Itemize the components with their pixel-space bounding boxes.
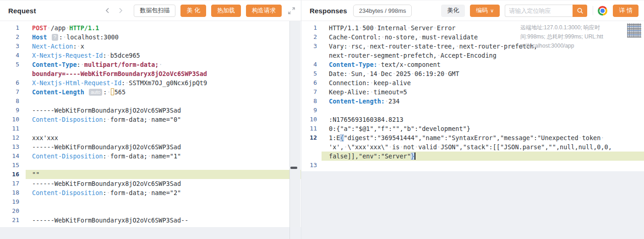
code-text: Content-Disposition:·form-data;·name="1" — [26, 152, 301, 161]
request-editor[interactable]: 1POST·/app·HTTP/1.12Host ?:·localhost:30… — [0, 21, 301, 227]
code-text: Date:·Sun,·14·Dec·2025·06:19:20·GMT — [322, 69, 644, 78]
code-line[interactable]: 7Keep-Alive:·timeout=5 — [301, 87, 644, 97]
code-line[interactable]: 9 — [301, 106, 644, 115]
code-text: POST·/app·HTTP/1.1 — [26, 23, 301, 33]
code-line[interactable]: 11 — [0, 124, 301, 133]
code-line[interactable]: 13 — [301, 161, 644, 170]
code-line[interactable]: 'x',·\"xxx'xxx\"·is·not·valid·JSON","sta… — [301, 142, 644, 152]
code-line[interactable]: 10Content-Disposition:·form-data;·name="… — [0, 115, 301, 124]
code-text: Next-Action:·x — [26, 42, 301, 51]
response-title: Responses — [310, 7, 347, 15]
line-number: 6 — [301, 78, 322, 87]
line-number — [0, 69, 26, 78]
code-text: false]],"env":"Server"} — [322, 152, 644, 161]
code-text: next-router-segment-prefetch,·Accept-Enc… — [322, 51, 644, 60]
code-line[interactable]: 9------WebKitFormBoundaryx8jO2oVc6SWP3Sa… — [0, 106, 301, 115]
code-line[interactable]: 8Content-Length:·234 — [301, 97, 644, 106]
code-line[interactable]: 1HTTP/1.1·500·Internal·Server·Error — [301, 23, 644, 33]
compose-request-button[interactable]: 构造请求 — [246, 5, 282, 17]
code-line[interactable]: 18Content-Disposition:·form-data;·name="… — [0, 188, 301, 197]
line-number: 5 — [0, 60, 26, 69]
code-line[interactable]: 4X-Nextjs-Request-Id:·b5dce965 — [0, 51, 301, 60]
code-line[interactable]: false]],"env":"Server"} — [301, 152, 644, 161]
line-number: 10 — [301, 115, 322, 124]
code-line[interactable]: 121:E{"digest":"369541444","name":"Synta… — [301, 133, 644, 142]
code-line[interactable]: 16"" — [0, 170, 301, 179]
beautify-response-button[interactable]: 美化 — [441, 5, 465, 17]
response-toolbar: 美化 编码 ∨ 详 情 — [441, 5, 639, 17]
code-line[interactable]: 2Cache-Control:·no-store,·must-revalidat… — [301, 33, 644, 42]
line-number: 4 — [0, 51, 26, 60]
encoding-dropdown-button[interactable]: 编码 ∨ — [470, 5, 500, 17]
search-input[interactable] — [505, 5, 573, 17]
line-number: 8 — [301, 97, 322, 106]
code-line[interactable]: 17------WebKitFormBoundaryx8jO2oVc6SWP3S… — [0, 179, 301, 188]
line-number — [301, 142, 322, 152]
code-text — [26, 124, 301, 133]
line-number: 7 — [301, 87, 322, 97]
code-line[interactable]: 20 — [0, 206, 301, 216]
code-line[interactable]: 21------WebKitFormBoundaryx8jO2oVc6SWP3S… — [0, 216, 301, 225]
line-number: 1 — [0, 23, 26, 33]
line-number: 9 — [301, 106, 322, 115]
scrollbar-thumb[interactable] — [290, 167, 297, 169]
code-line[interactable]: 5Date:·Sun,·14·Dec·2025·06:19:20·GMT — [301, 69, 644, 78]
line-number: 2 — [0, 33, 26, 42]
details-button[interactable]: 详 情 — [613, 5, 639, 17]
code-line[interactable]: 4Content-Type:·text/x-component — [301, 60, 644, 69]
code-line[interactable]: 12xxx'xxx — [0, 133, 301, 142]
qrcode-thumbnail[interactable] — [627, 23, 641, 38]
code-line[interactable]: 6Connection:·keep-alive — [301, 78, 644, 87]
code-line[interactable]: 19 — [0, 197, 301, 206]
code-line[interactable]: 8 — [0, 97, 301, 106]
code-text — [26, 97, 301, 106]
code-text: 1:E{"digest":"369541444","name":"SyntaxE… — [322, 133, 644, 142]
request-header: Request 数据包扫描 美 化 热加载 构造请求 — [0, 0, 301, 21]
request-editor-filler — [0, 227, 301, 239]
line-number: 5 — [301, 69, 322, 78]
code-text: HTTP/1.1·500·Internal·Server·Error — [322, 23, 644, 33]
request-panel: Request 数据包扫描 美 化 热加载 构造请求 1POST·/app·HT… — [0, 0, 301, 239]
code-line[interactable]: 10:N1765693160384.8213 — [301, 115, 644, 124]
beautify-request-button[interactable]: 美 化 — [180, 5, 206, 17]
code-line[interactable]: 6X-Nextjs-Html-Request-Id:·SSTMXm7OJ_g0N… — [0, 78, 301, 87]
line-number: 3 — [0, 42, 26, 51]
code-text: Keep-Alive:·timeout=5 — [322, 87, 644, 97]
code-text: X-Nextjs-Request-Id:·b5dce965 — [26, 51, 301, 60]
chrome-icon[interactable] — [598, 6, 607, 16]
packet-scan-button[interactable]: 数据包扫描 — [134, 5, 175, 17]
code-line[interactable]: 1POST·/app·HTTP/1.1 — [0, 23, 301, 33]
line-number: 12 — [301, 133, 322, 142]
line-number: 7 — [0, 87, 26, 97]
code-line[interactable]: 7Content-Length auto:·565 — [0, 87, 301, 97]
line-number: 2 — [301, 33, 322, 42]
code-line[interactable]: boundary=----WebKitFormBoundaryx8jO2oVc6… — [0, 69, 301, 78]
code-line[interactable]: 15 — [0, 161, 301, 170]
search-button[interactable] — [573, 5, 587, 17]
code-text: Cache-Control:·no-store,·must-revalidate — [322, 33, 644, 42]
code-line[interactable]: 5Content-Type:·multipart/form-data;· — [0, 60, 301, 69]
code-text: X-Nextjs-Html-Request-Id:·SSTMXm7OJ_g0Nc… — [26, 78, 301, 87]
line-number: 10 — [0, 115, 26, 124]
line-number: 17 — [0, 179, 26, 188]
code-line[interactable]: 2Host ?:·localhost:3000 — [0, 33, 301, 42]
next-request-icon[interactable] — [117, 7, 124, 14]
code-line[interactable]: 14Content-Disposition:·form-data;·name="… — [0, 152, 301, 161]
response-editor[interactable]: 远端地址:127.0.0.1:3000; 响应时 间:998ms; 总耗时:99… — [301, 21, 644, 171]
fullscreen-icon[interactable] — [288, 7, 295, 15]
code-text: boundary=----WebKitFormBoundaryx8jO2oVc6… — [26, 69, 301, 78]
hot-reload-button[interactable]: 热加载 — [211, 5, 241, 17]
code-line[interactable]: 3Vary:·rsc,·next-router-state-tree,·next… — [301, 42, 644, 51]
code-text: Host ?:·localhost:3000 — [26, 33, 301, 42]
prev-request-icon[interactable] — [104, 7, 111, 14]
code-line[interactable]: 3Next-Action:·x — [0, 42, 301, 51]
code-line[interactable]: 13------WebKitFormBoundaryx8jO2oVc6SWP3S… — [0, 142, 301, 152]
wrap-column-ruler — [289, 21, 290, 239]
line-number: 6 — [0, 78, 26, 87]
encoding-label: 编码 — [476, 6, 488, 15]
code-text — [26, 161, 301, 170]
code-line[interactable]: next-router-segment-prefetch,·Accept-Enc… — [301, 51, 644, 60]
code-text: Content-Length:·234 — [322, 97, 644, 106]
code-line[interactable]: 110:{"a":"$@1","f":"","b":"development"} — [301, 124, 644, 133]
line-number: 11 — [0, 124, 26, 133]
